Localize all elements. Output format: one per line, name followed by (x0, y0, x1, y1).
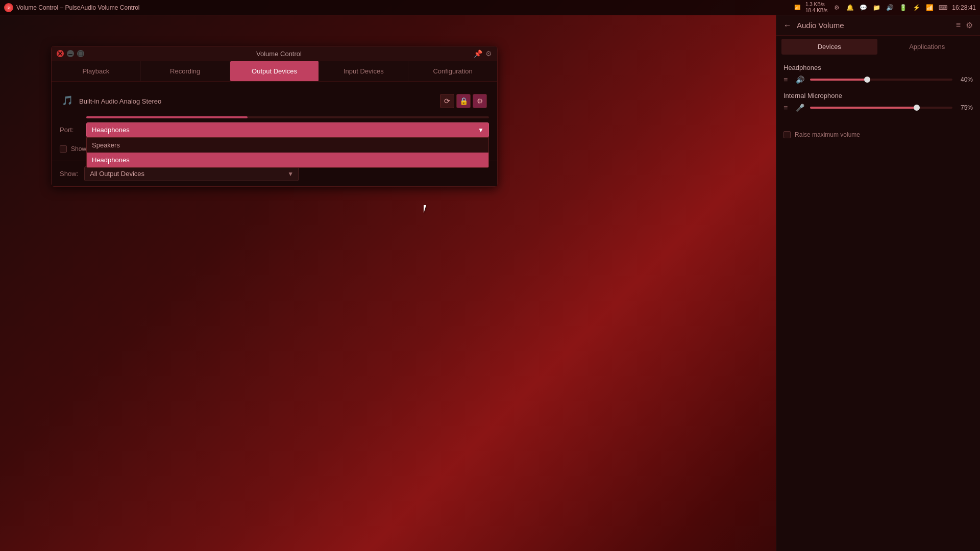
port-select-container: Headphones ▼ Speakers Headphones (86, 122, 489, 137)
panel-tabs: Devices Applications (776, 36, 980, 58)
settings-action-icon[interactable]: ⚙ (485, 49, 492, 58)
show-select[interactable]: All Output Devices (84, 166, 299, 181)
panel-headphones-thumb (864, 77, 870, 83)
keyboard-icon[interactable]: ⌨ (939, 4, 947, 12)
battery-icon[interactable]: 🔋 (899, 4, 907, 12)
headphones-vol-icon: 🔊 (796, 76, 806, 84)
panel-tab-devices[interactable]: Devices (781, 39, 877, 55)
panel-mic-volume-row: ≡ 🎤 75% (783, 104, 973, 112)
tab-playback[interactable]: Playback (52, 61, 141, 81)
chat-icon[interactable]: 💬 (859, 4, 867, 12)
panel-headphones-fill (810, 79, 867, 81)
port-select[interactable]: Headphones (86, 122, 489, 137)
taskbar-time: 16:28:41 (952, 4, 976, 11)
panel-headphones-name: Headphones (783, 64, 973, 71)
panel-headphones-menu-icon[interactable]: ≡ (783, 76, 792, 84)
taskbar-app-icon[interactable]: ♪ (4, 3, 13, 12)
panel-tab-applications[interactable]: Applications (879, 39, 975, 55)
tab-input-devices[interactable]: Input Devices (319, 61, 408, 81)
panel-mic-name: Internal Microphone (783, 92, 973, 99)
port-row: Port: Headphones ▼ Speakers Headphones (60, 122, 489, 137)
taskbar-left: ♪ Volume Control – PulseAudio Volume Con… (4, 3, 139, 12)
settings-icon[interactable]: ⚙ (832, 4, 841, 12)
right-panel-header: ← Audio Volume ≡ ⚙ (776, 15, 980, 36)
panel-headphones-slider-container (810, 79, 952, 81)
panel-mic-slider-container (810, 107, 952, 109)
taskbar-app-title: Volume Control – PulseAudio Volume Contr… (16, 4, 139, 11)
window-title: Volume Control (84, 50, 474, 58)
window-controls: ✕ – □ (57, 50, 84, 57)
window-content: 🎵 Built-in Audio Analog Stereo ⟳ 🔒 ⚙ (52, 82, 497, 161)
tab-configuration[interactable]: Configuration (408, 61, 497, 81)
taskbar: ♪ Volume Control – PulseAudio Volume Con… (0, 0, 980, 15)
network-icon[interactable]: 📶 (925, 4, 934, 12)
panel-title: Audio Volume (797, 21, 951, 30)
volume-control-window: ✕ – □ Volume Control 📌 ⚙ Playback Record… (51, 46, 498, 187)
volume-fill (86, 116, 248, 118)
panel-headphones-pct: 40% (957, 76, 973, 83)
tab-output-devices[interactable]: Output Devices (230, 61, 320, 81)
device-row: 🎵 Built-in Audio Analog Stereo ⟳ 🔒 ⚙ (60, 90, 489, 112)
right-panel: ← Audio Volume ≡ ⚙ Devices Applications … (776, 15, 980, 551)
panel-mic-fill (810, 107, 917, 109)
taskbar-right: 📶 1.3 KB/s 18.4 KB/s ⚙ 🔔 💬 📁 🔊 🔋 ⚡ 📶 ⌨ 1… (794, 2, 976, 14)
power-icon[interactable]: ⚡ (912, 4, 920, 12)
panel-mic-slider[interactable] (810, 107, 952, 109)
folder-icon[interactable]: 📁 (872, 4, 880, 12)
panel-mic-pct: 75% (957, 104, 973, 111)
volume-icon[interactable]: 🔊 (886, 4, 894, 12)
device-action-btn-3[interactable]: ⚙ (473, 94, 487, 108)
raise-max-row: Raise maximum volume (776, 126, 980, 143)
device-action-btn-2[interactable]: 🔒 (456, 94, 471, 108)
device-action-icon-2: 🔒 (459, 97, 468, 105)
window-minimize-button[interactable]: – (67, 50, 74, 57)
show-select-container: All Output Devices ▼ (84, 166, 299, 181)
panel-content: Headphones ≡ 🔊 40% Internal Microphone ≡… (776, 58, 980, 126)
panel-headphones-section: Headphones ≡ 🔊 40% (783, 64, 973, 84)
device-action-icon-1: ⟳ (444, 97, 450, 105)
window-title-actions: 📌 ⚙ (474, 49, 492, 58)
panel-settings-button[interactable]: ⚙ (966, 20, 973, 30)
volume-slider-row (86, 116, 489, 118)
pin-icon[interactable]: 📌 (474, 49, 482, 58)
window-maximize-button[interactable]: □ (77, 50, 84, 57)
network-speed: 1.3 KB/s 18.4 KB/s (805, 2, 827, 14)
tabs-bar: Playback Recording Output Devices Input … (52, 61, 497, 82)
device-actions: ⟳ 🔒 ⚙ (440, 94, 487, 108)
panel-headphones-slider[interactable] (810, 79, 952, 81)
volume-slider[interactable] (86, 116, 489, 118)
panel-headphones-volume-row: ≡ 🔊 40% (783, 76, 973, 84)
notification-icon[interactable]: 🔔 (846, 4, 854, 12)
panel-mic-menu-icon[interactable]: ≡ (783, 104, 792, 112)
panel-header-icons: ≡ ⚙ (956, 20, 973, 30)
port-option-speakers[interactable]: Speakers (87, 138, 488, 153)
raise-max-checkbox[interactable] (783, 131, 791, 138)
advanced-options-checkbox[interactable] (60, 145, 67, 153)
tab-recording[interactable]: Recording (141, 61, 230, 81)
show-label: Show: (60, 170, 78, 178)
panel-mic-thumb (914, 105, 920, 111)
port-option-headphones[interactable]: Headphones (87, 153, 488, 167)
device-action-btn-1[interactable]: ⟳ (440, 94, 454, 108)
panel-mic-section: Internal Microphone ≡ 🎤 75% (783, 92, 973, 112)
raise-max-label: Raise maximum volume (795, 131, 860, 138)
port-label: Port: (60, 126, 80, 134)
mic-vol-icon: 🎤 (796, 104, 806, 112)
panel-back-button[interactable]: ← (783, 21, 792, 30)
window-close-button[interactable]: ✕ (57, 50, 64, 57)
window-titlebar: ✕ – □ Volume Control 📌 ⚙ (52, 46, 497, 61)
volume-area (60, 116, 489, 118)
panel-menu-button[interactable]: ≡ (956, 20, 961, 30)
network-speed-icon: 📶 (794, 5, 800, 10)
device-info: 🎵 Built-in Audio Analog Stereo (62, 95, 161, 107)
device-action-icon-3: ⚙ (477, 97, 483, 105)
port-dropdown-menu: Speakers Headphones (86, 137, 489, 168)
device-icon: 🎵 (62, 95, 74, 107)
device-name: Built-in Audio Analog Stereo (79, 97, 161, 105)
